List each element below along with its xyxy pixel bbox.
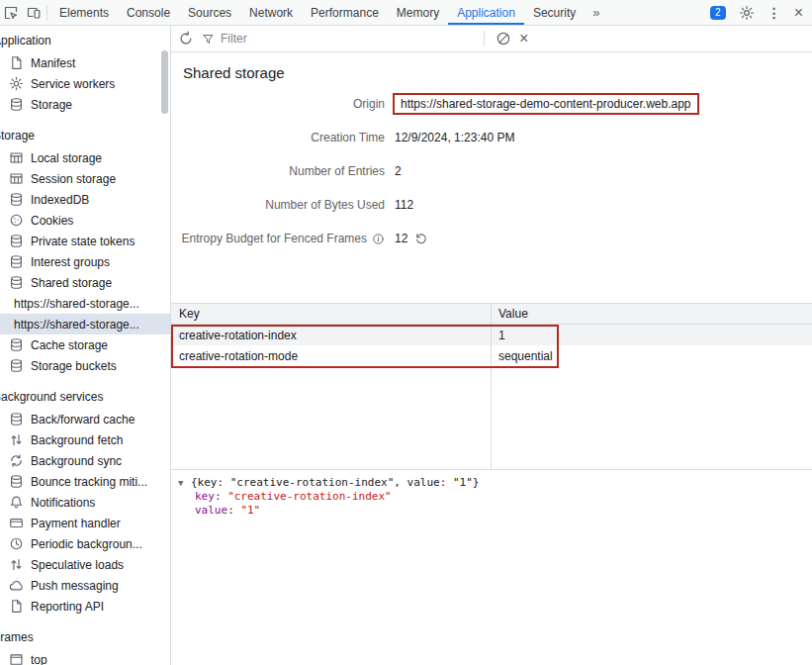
sidebar-item-indexeddb[interactable]: IndexedDB — [0, 189, 170, 210]
table-row[interactable]: creative-rotation-index1 — [171, 325, 812, 345]
grid-rows: creative-rotation-index1creative-rotatio… — [171, 325, 812, 366]
cloud-icon — [9, 578, 24, 593]
reset-budget-icon[interactable] — [414, 232, 428, 245]
sidebar-item-shared-storage[interactable]: Shared storage — [0, 272, 170, 293]
sidebar-item-label: Background sync — [31, 454, 122, 468]
metadata-label-text: Origin — [353, 97, 385, 111]
sidebar-item-label: Periodic backgroun... — [31, 537, 142, 551]
sidebar-item-top[interactable]: top — [0, 649, 170, 665]
cell-value: 1 — [491, 329, 812, 342]
metadata-row-origin: Originhttps://shared-storage-demo-conten… — [171, 87, 812, 121]
database-icon — [9, 97, 24, 112]
metadata-value: 2 — [395, 164, 402, 178]
sidebar-item-https-shared-storage[interactable]: https://shared-storage... — [0, 293, 170, 314]
sidebar-item-label: Background fetch — [31, 433, 123, 447]
clear-all-icon[interactable] — [496, 31, 511, 47]
sidebar-item-private-state-tokens[interactable]: Private state tokens — [0, 231, 170, 251]
tabbar-left-icons — [0, 0, 44, 25]
sidebar-item-storage-buckets[interactable]: Storage buckets — [0, 355, 170, 376]
section-header-application: Application — [0, 31, 170, 50]
sidebar-item-cookies[interactable]: Cookies — [0, 210, 170, 231]
tab-memory[interactable]: Memory — [388, 0, 448, 25]
sidebar-item-local-storage[interactable]: Local storage — [0, 147, 170, 168]
metadata-row-entropy-budget-for-fenced-frames: Entropy Budget for Fenced Frames12 — [171, 222, 812, 255]
database-icon — [9, 275, 24, 290]
updown-icon — [9, 557, 24, 572]
inspect-element-icon[interactable] — [3, 5, 19, 21]
table-icon — [9, 150, 24, 165]
sidebar-item-label: Cache storage — [31, 338, 108, 352]
sidebar-item-payment-handler[interactable]: Payment handler — [0, 513, 170, 533]
filter-input[interactable] — [221, 32, 473, 46]
metadata-value: https://shared-storage-demo-content-prod… — [393, 93, 699, 115]
document-icon — [9, 599, 24, 614]
sidebar-item-service-workers[interactable]: Service workers — [0, 73, 170, 94]
sidebar-item-periodic-backgroun[interactable]: Periodic backgroun... — [0, 533, 170, 554]
property-separator: : — [215, 490, 227, 503]
sidebar-item-storage[interactable]: Storage — [0, 94, 170, 115]
preview-property: value: "1" — [178, 504, 808, 518]
toolbar-separator — [484, 31, 485, 47]
page-title: Shared storage — [183, 64, 812, 81]
tab-application[interactable]: Application — [448, 0, 524, 25]
property-value: "creative-rotation-index" — [227, 490, 392, 503]
sidebar-item-interest-groups[interactable]: Interest groups — [0, 251, 170, 272]
sidebar-item-label: Private state tokens — [31, 235, 135, 248]
refresh-icon[interactable] — [178, 31, 194, 47]
column-header-key[interactable]: Key — [171, 307, 491, 321]
tab-performance[interactable]: Performance — [302, 0, 388, 25]
info-icon[interactable] — [372, 233, 385, 245]
sidebar-item-label: Storage — [31, 98, 72, 112]
sidebar-item-push-messaging[interactable]: Push messaging — [0, 575, 170, 596]
sidebar-item-label: https://shared-storage... — [14, 297, 139, 311]
sidebar-scrollbar[interactable] — [161, 50, 168, 114]
panel-content: Shared storage Originhttps://shared-stor… — [171, 52, 812, 665]
more-tabs-button[interactable]: » — [585, 0, 607, 25]
sidebar-tree: ApplicationManifestService workersStorag… — [0, 31, 170, 665]
sync-icon — [9, 453, 24, 468]
sidebar-item-bounce-tracking-miti[interactable]: Bounce tracking miti... — [0, 471, 170, 492]
settings-gear-icon[interactable] — [739, 5, 755, 21]
sidebar-item-label: Notifications — [31, 496, 95, 510]
metadata-row-number-of-entries: Number of Entries2 — [171, 154, 812, 188]
metadata-list: Originhttps://shared-storage-demo-conten… — [171, 87, 812, 255]
tab-console[interactable]: Console — [118, 0, 179, 25]
device-toolbar-icon[interactable] — [26, 5, 42, 21]
sidebar-item-reporting-api[interactable]: Reporting API — [0, 596, 170, 617]
close-view-icon[interactable]: × — [519, 31, 528, 47]
sidebar-item-background-sync[interactable]: Background sync — [0, 450, 170, 471]
sidebar-item-cache-storage[interactable]: Cache storage — [0, 334, 170, 355]
tab-sources[interactable]: Sources — [179, 0, 240, 25]
key-value-grid: KeyValue creative-rotation-index1creativ… — [171, 303, 812, 469]
disclosure-triangle-icon[interactable]: ▼ — [178, 476, 191, 490]
tab-network[interactable]: Network — [240, 0, 302, 25]
metadata-label: Entropy Budget for Fenced Frames — [171, 232, 385, 245]
tab-elements[interactable]: Elements — [50, 0, 118, 25]
sidebar-item-https-shared-storage[interactable]: https://shared-storage... — [0, 314, 170, 334]
sidebar-item-back-forward-cache[interactable]: Back/forward cache — [0, 409, 170, 429]
tab-security[interactable]: Security — [524, 0, 585, 25]
kebab-menu-icon[interactable]: ⋮ — [767, 5, 781, 21]
sidebar-item-session-storage[interactable]: Session storage — [0, 168, 170, 189]
metadata-label-text: Number of Bytes Used — [265, 198, 385, 212]
table-row[interactable]: creative-rotation-modesequential — [171, 345, 812, 366]
sidebar-item-speculative-loads[interactable]: Speculative loads — [0, 554, 170, 575]
column-header-value[interactable]: Value — [491, 307, 812, 321]
sidebar-item-label: Interest groups — [31, 255, 110, 269]
sidebar-item-label: Back/forward cache — [31, 413, 135, 427]
document-icon — [9, 55, 24, 70]
sidebar-item-notifications[interactable]: Notifications — [0, 492, 170, 513]
metadata-label: Origin — [171, 97, 385, 111]
cell-key: creative-rotation-mode — [171, 349, 491, 363]
issues-badge[interactable]: 2 — [710, 6, 726, 20]
sidebar-item-manifest[interactable]: Manifest — [0, 52, 170, 73]
tab-strip: ElementsConsoleSourcesNetworkPerformance… — [50, 0, 585, 25]
sidebar-item-label: Bounce tracking miti... — [31, 475, 147, 489]
application-sidebar: ApplicationManifestService workersStorag… — [0, 26, 171, 665]
sidebar-item-background-fetch[interactable]: Background fetch — [0, 429, 170, 450]
property-separator: : — [227, 504, 240, 517]
sidebar-item-label: Reporting API — [31, 600, 104, 614]
section-header-storage: Storage — [0, 126, 170, 145]
sidebar-item-label: Push messaging — [31, 579, 119, 593]
close-devtools-icon[interactable]: × — [794, 5, 803, 21]
